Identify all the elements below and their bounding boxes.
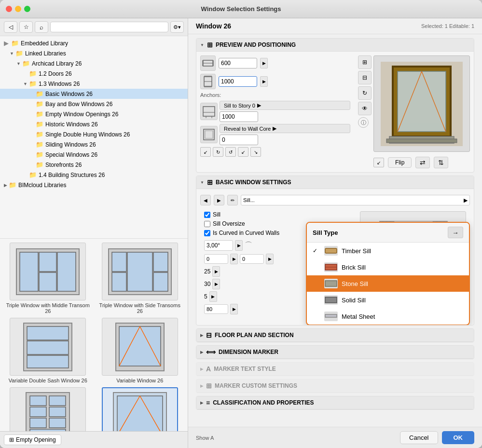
tree-item-basic[interactable]: 📁 Basic Windows 26 <box>0 89 188 99</box>
tree-item-building[interactable]: 📁 1.4 Building Structures 26 <box>0 170 188 180</box>
sill-option-metal[interactable]: Metal Sheet <box>307 308 469 325</box>
height-input[interactable] <box>219 76 257 87</box>
thumb-var-double[interactable]: Variable Double Sash Window 26 <box>4 318 92 383</box>
sym-btn-4[interactable]: ↙ <box>238 147 248 157</box>
dim-arrow-25[interactable]: ▶ <box>212 266 220 277</box>
flip-sym-1[interactable]: ↙ <box>373 158 384 167</box>
minimize-button[interactable] <box>15 6 21 12</box>
sym-btn-3[interactable]: ↺ <box>225 147 236 157</box>
dim-arrow-5[interactable]: ▶ <box>209 291 217 302</box>
tree-item-single[interactable]: 📁 Single Double Hung Windows 26 <box>0 129 188 139</box>
angle-input[interactable] <box>204 240 233 251</box>
flip-h-button[interactable]: ⇄ <box>415 157 430 168</box>
svg-rect-9 <box>153 252 168 272</box>
dim-input-80[interactable] <box>204 304 228 314</box>
solid-sill-label: Solid Sill <box>342 297 366 304</box>
tree-item-doors[interactable]: 📁 1.2 Doors 26 <box>0 68 188 79</box>
thumb-window26[interactable]: Window 26 <box>96 387 184 431</box>
height-arrow-btn[interactable]: ▶ <box>260 76 268 87</box>
bws-edit-btn[interactable]: ✏ <box>227 195 238 205</box>
sill-checkbox-row: Sill <box>204 211 352 218</box>
grid2-icon-btn[interactable]: ⊟ <box>358 71 372 84</box>
sill-option-solid[interactable]: Solid Sill <box>307 292 469 308</box>
width-input[interactable] <box>219 58 257 68</box>
empty-opening-button[interactable]: ⊞ Empty Opening <box>4 434 61 445</box>
sill-option-stone[interactable]: Stone Sill <box>307 275 469 292</box>
tree-item-linked[interactable]: ▼ 📁 Linked Libraries <box>0 48 188 58</box>
tree-item-special[interactable]: 📁 Special Windows 26 <box>0 149 188 160</box>
flip-button[interactable]: Flip <box>388 157 412 168</box>
width-arrow-btn[interactable]: ▶ <box>260 58 268 68</box>
tree-item-windows[interactable]: ▼ 📁 1.3 Windows 26 <box>0 79 188 89</box>
cancel-button[interactable]: Cancel <box>400 431 438 444</box>
tree-item-historic[interactable]: 📁 Historic Windows 26 <box>0 119 188 129</box>
height-row: ▶ <box>200 74 350 89</box>
tree-item-bimcloud[interactable]: ▶ 📁 BIMcloud Libraries <box>0 180 188 190</box>
bws-sill-select[interactable]: Sill... ▶ <box>241 195 470 205</box>
section-header-marker-text[interactable]: ▶ A MARKER TEXT STYLE <box>196 363 474 376</box>
section-header-dimension[interactable]: ▶ ⟺ DIMENSION MARKER <box>196 346 474 359</box>
sill-checkbox[interactable] <box>204 212 210 218</box>
bws-forward-btn[interactable]: ▶ <box>214 195 224 205</box>
reveal-to-wall-btn[interactable]: Reveal to Wall Core ▶ <box>220 124 350 133</box>
arrow-icon: ▶ <box>200 401 203 405</box>
dim-arrow-1[interactable]: ▶ <box>230 254 238 264</box>
preview-right: ⊞ ⊟ ↻ 👁 ⓘ <box>356 55 470 168</box>
section-header-basic[interactable]: ▼ ⊞ BASIC WINDOW SETTINGS <box>196 176 474 189</box>
section-header-preview[interactable]: ▼ ⊞ PREVIEW AND POSITIONING <box>196 39 474 52</box>
sill-option-brick[interactable]: Brick Sill <box>307 259 469 275</box>
tree-item-bay[interactable]: 📁 Bay and Bow Windows 26 <box>0 99 188 109</box>
gear-button[interactable]: ⚙▾ <box>170 21 184 33</box>
dim-input-1[interactable] <box>204 254 228 264</box>
grid-icon-btn[interactable]: ⊞ <box>358 55 372 69</box>
tree-item-archicad[interactable]: ▼ 📁 Archicad Library 26 <box>0 58 188 68</box>
sym-btn-5[interactable]: ↘ <box>250 147 261 157</box>
rotate-icon-btn[interactable]: ↻ <box>358 86 372 100</box>
section-header-classification[interactable]: ▶ ≡ CLASSIFICATION AND PROPERTIES <box>196 396 474 409</box>
ok-button[interactable]: OK <box>442 431 475 444</box>
angle-arrow[interactable]: ▶ <box>235 240 243 251</box>
main-content: ◁ ☆ ⌕ ⚙▾ ▶ 📁 Embedded Library <box>0 18 482 448</box>
preview-icon: ⊞ <box>207 41 213 49</box>
sym-btn-2[interactable]: ↻ <box>213 147 223 157</box>
svg-rect-12 <box>27 326 69 340</box>
section-header-marker-custom[interactable]: ▶ ⊞ MARKER CUSTOM SETTINGS <box>196 380 474 393</box>
thumb-triple-side[interactable]: Triple Window with Side Transoms 26 <box>96 243 184 314</box>
section-title: CLASSIFICATION AND PROPERTIES <box>213 399 314 406</box>
section-header-floor[interactable]: ▶ ⊟ FLOOR PLAN AND SECTION <box>196 329 474 342</box>
sill-to-story-btn[interactable]: Sill to Story 0 ▶ <box>220 101 350 110</box>
dim-arrow-30[interactable]: ▶ <box>212 279 220 289</box>
thumb-var-multi[interactable]: Vertical Multi-Sash Window 26 <box>4 387 92 431</box>
reveal-value-input[interactable] <box>220 135 258 145</box>
sill-oversize-checkbox[interactable] <box>204 221 210 227</box>
curved-checkbox[interactable] <box>204 230 210 236</box>
bws-back-btn[interactable]: ◀ <box>200 195 211 205</box>
sill-option-timber[interactable]: ✓ Timber Sill <box>307 243 469 259</box>
sill-type-close-btn[interactable]: → <box>448 227 463 238</box>
sill-value-input[interactable] <box>220 111 258 122</box>
tree-item-label: Archicad Library 26 <box>32 60 82 67</box>
tree-item-empty-openings[interactable]: 📁 Empty Window Openings 26 <box>0 109 188 119</box>
info-icon[interactable]: ⓘ <box>358 117 369 128</box>
search-input[interactable] <box>50 22 168 32</box>
tree-item-storefronts[interactable]: 📁 Storefronts 26 <box>0 160 188 170</box>
svg-rect-25 <box>49 418 66 428</box>
section-title: MARKER CUSTOM SETTINGS <box>215 382 297 389</box>
flip-v-button[interactable]: ⇅ <box>434 157 448 168</box>
thumb-triple-mid[interactable]: Triple Window with Middle Transom 26 <box>4 243 92 314</box>
eye-icon-btn[interactable]: 👁 <box>358 102 372 115</box>
tree-item-embedded[interactable]: ▶ 📁 Embedded Library <box>0 38 188 48</box>
thumb-var-win[interactable]: Variable Window 26 <box>96 318 184 383</box>
close-button[interactable] <box>6 6 12 12</box>
tree-item-label: Single Double Hung Windows 26 <box>45 131 130 138</box>
tree-item-sliding[interactable]: 📁 Sliding Windows 26 <box>0 139 188 149</box>
sym-btn-1[interactable]: ↙ <box>200 147 211 157</box>
back-button[interactable]: ◁ <box>4 21 17 33</box>
maximize-button[interactable] <box>24 6 30 12</box>
star-button[interactable]: ☆ <box>19 21 33 33</box>
dim-arrow-2[interactable]: ▶ <box>266 254 274 264</box>
search-button[interactable]: ⌕ <box>35 21 48 33</box>
dim-input-2[interactable] <box>240 254 264 264</box>
section-classification: ▶ ≡ CLASSIFICATION AND PROPERTIES <box>196 396 474 410</box>
dim-arrow-80[interactable]: ▶ <box>230 304 238 314</box>
